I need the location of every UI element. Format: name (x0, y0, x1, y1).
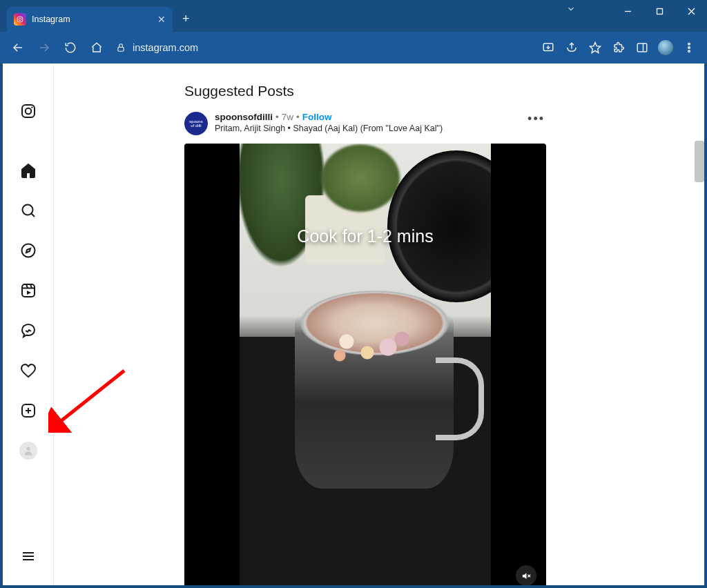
sidebar-profile-button[interactable] (12, 434, 45, 467)
browser-toolbar: instagram.com (0, 32, 707, 63)
nav-home-button[interactable] (86, 37, 108, 59)
tab-title: Instagram (32, 14, 152, 24)
share-icon[interactable] (561, 37, 583, 59)
feed-area: Suggested Posts spoonsof dilli spoonsofd… (54, 63, 704, 585)
svg-rect-9 (118, 47, 124, 51)
window-controls (612, 0, 707, 22)
post-audio-label[interactable]: Pritam, Arijit Singh • Shayad (Aaj Kal) … (215, 124, 518, 133)
svg-rect-4 (657, 8, 662, 14)
svg-point-15 (688, 47, 690, 49)
window-maximize-button[interactable] (643, 0, 675, 22)
svg-point-14 (688, 43, 690, 45)
poster-username-link[interactable]: spoonsofdilli (215, 112, 273, 122)
sidebar-messages-icon[interactable] (12, 314, 45, 347)
post-age-label: 7w (282, 112, 293, 122)
svg-point-18 (25, 108, 30, 114)
follow-button[interactable]: Follow (302, 112, 332, 122)
profile-placeholder-avatar-icon (19, 442, 37, 460)
svg-point-16 (688, 50, 690, 52)
extensions-icon[interactable] (608, 37, 630, 59)
sidebar-home-icon[interactable] (12, 154, 45, 187)
profile-avatar-button[interactable] (655, 37, 677, 59)
sidebar-notifications-icon[interactable] (12, 354, 45, 387)
nav-forward-button[interactable] (33, 37, 55, 59)
window-minimize-button[interactable] (612, 0, 643, 22)
instagram-logo-icon[interactable] (12, 95, 45, 128)
svg-point-19 (31, 106, 32, 108)
section-title: Suggested Posts (184, 83, 548, 99)
mute-toggle-button[interactable] (516, 565, 536, 585)
page-viewport: Suggested Posts spoonsof dilli spoonsofd… (3, 63, 704, 585)
new-tab-button[interactable]: + (182, 12, 190, 26)
svg-point-20 (22, 205, 32, 215)
install-app-icon[interactable] (537, 37, 559, 59)
bookmark-star-icon[interactable] (584, 37, 606, 59)
svg-marker-11 (590, 43, 601, 53)
post-video[interactable]: Cook for 1-2 mins (184, 144, 546, 585)
lock-icon (116, 43, 126, 52)
sidebar-hamburger-menu-icon[interactable] (12, 540, 45, 573)
url-bar[interactable]: instagram.com (116, 42, 198, 53)
instagram-sidebar (3, 63, 54, 585)
browser-title-bar: Instagram ✕ + (0, 0, 707, 32)
post-header: spoonsof dilli spoonsofdilli • 7w • Foll… (184, 108, 548, 142)
user-avatar-icon (658, 40, 673, 55)
svg-rect-12 (637, 43, 647, 52)
sidebar-reels-icon[interactable] (12, 274, 45, 307)
separator-dot: • (275, 112, 279, 122)
browser-tab[interactable]: Instagram ✕ (7, 7, 173, 32)
vertical-scrollbar-thumb[interactable] (695, 141, 704, 182)
svg-line-21 (31, 214, 35, 217)
svg-marker-28 (27, 291, 31, 295)
svg-point-22 (21, 244, 35, 257)
tab-close-icon[interactable]: ✕ (157, 14, 166, 25)
sidebar-search-icon[interactable] (12, 194, 45, 227)
browser-menu-button[interactable] (678, 37, 700, 59)
svg-marker-23 (26, 248, 30, 253)
window-close-button[interactable] (675, 0, 707, 22)
tab-list-dropdown-icon[interactable] (566, 4, 576, 17)
svg-rect-0 (17, 17, 23, 22)
instagram-favicon-icon (14, 13, 26, 26)
sidebar-create-icon[interactable] (12, 394, 45, 427)
svg-point-2 (21, 17, 22, 18)
svg-rect-24 (22, 284, 35, 297)
speaker-muted-icon (521, 571, 532, 581)
post-more-options-button[interactable]: ••• (525, 112, 548, 126)
url-text: instagram.com (133, 42, 198, 53)
video-frame: Cook for 1-2 mins (240, 144, 491, 585)
separator-dot: • (296, 112, 300, 122)
svg-point-32 (26, 447, 30, 451)
svg-point-1 (19, 18, 21, 20)
side-panel-icon[interactable] (631, 37, 653, 59)
nav-back-button[interactable] (7, 37, 29, 59)
nav-reload-button[interactable] (59, 37, 81, 59)
poster-avatar[interactable]: spoonsof dilli (184, 112, 208, 135)
svg-rect-17 (22, 105, 35, 117)
video-caption-text: Cook for 1-2 mins (240, 226, 491, 246)
sidebar-explore-icon[interactable] (12, 234, 45, 267)
